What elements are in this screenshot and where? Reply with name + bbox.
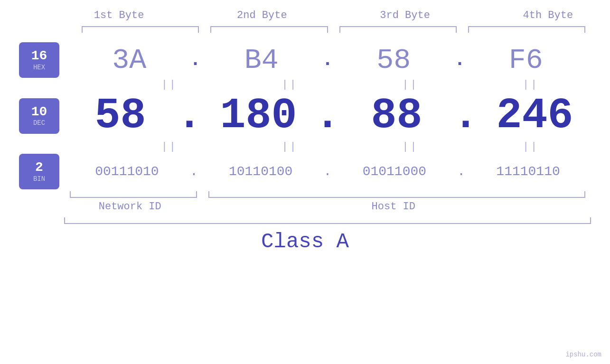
bin-val-3: 01011000 — [331, 164, 457, 179]
eq-2-1: || — [109, 141, 230, 153]
bin-dot-3: . — [457, 164, 465, 179]
dec-badge-label: DEC — [33, 119, 45, 127]
hex-val-1: 3A — [64, 44, 194, 76]
bracket-top-3 — [339, 26, 457, 33]
bin-badge-num: 2 — [35, 160, 43, 175]
bin-val-2: 10110100 — [198, 164, 324, 179]
bin-values: 00111010 . 10110100 . 01011000 . 1111011… — [64, 164, 591, 179]
bracket-top-1 — [82, 26, 199, 33]
eq-2-3: || — [350, 141, 471, 153]
eq-1-3: || — [350, 79, 471, 91]
full-bracket-bottom — [64, 217, 591, 224]
eq-2-2: || — [230, 141, 350, 153]
bin-dot-2: . — [324, 164, 332, 179]
eq-2-4: || — [470, 141, 591, 153]
bin-val-4: 11110110 — [465, 164, 591, 179]
bin-row: 2 BIN 00111010 . 10110100 . 01011000 . 1… — [19, 154, 591, 189]
byte-header-4: 4th Byte — [477, 9, 610, 21]
eq-1-1: || — [109, 79, 230, 91]
dec-val-3: 88 — [340, 92, 453, 140]
bracket-bottom-network — [70, 191, 197, 198]
eq-1-4: || — [470, 79, 591, 91]
main-container: 1st Byte 2nd Byte 3rd Byte 4th Byte 16 H… — [0, 0, 610, 364]
bin-badge-label: BIN — [33, 175, 45, 183]
equals-row-1: || || || || — [64, 78, 591, 92]
host-id-label: Host ID — [196, 201, 591, 213]
bracket-bottom-host — [208, 191, 586, 198]
bracket-top-2 — [210, 26, 328, 33]
bin-dot-1: . — [190, 164, 198, 179]
bottom-brackets-row — [64, 191, 591, 198]
byte-headers: 1st Byte 2nd Byte 3rd Byte 4th Byte — [47, 9, 610, 21]
labels-row: Network ID Host ID — [64, 201, 591, 213]
dec-dot-1: . — [177, 92, 202, 140]
dec-values: 58 . 180 . 88 . 246 — [64, 92, 591, 140]
hex-badge-label: HEX — [33, 64, 45, 71]
dec-val-2: 180 — [202, 92, 315, 140]
dec-row: 10 DEC 58 . 180 . 88 . 246 — [19, 92, 591, 140]
watermark: ipshu.com — [565, 351, 601, 358]
dec-badge-num: 10 — [31, 105, 47, 120]
dec-badge: 10 DEC — [19, 98, 59, 134]
dec-dot-2: . — [315, 92, 340, 140]
hex-val-3: 58 — [328, 44, 459, 76]
class-label-row: Class A — [19, 230, 591, 253]
bin-badge: 2 BIN — [19, 154, 59, 189]
class-label: Class A — [261, 230, 349, 253]
bin-val-1: 00111010 — [64, 164, 190, 179]
hex-row: 16 HEX 3A . B4 . 58 . F6 — [19, 42, 591, 78]
bottom-section: Network ID Host ID — [64, 191, 591, 213]
hex-badge-num: 16 — [31, 49, 47, 64]
byte-header-3: 3rd Byte — [334, 9, 477, 21]
hex-values: 3A . B4 . 58 . F6 — [64, 44, 591, 76]
byte-header-1: 1st Byte — [47, 9, 190, 21]
eq-1-2: || — [230, 79, 350, 91]
hex-val-2: B4 — [197, 44, 327, 76]
hex-val-4: F6 — [461, 44, 591, 76]
equals-row-2: || || || || — [64, 140, 591, 154]
dec-val-1: 58 — [64, 92, 177, 140]
byte-header-2: 2nd Byte — [190, 9, 333, 21]
network-id-label: Network ID — [64, 201, 196, 213]
hex-badge: 16 HEX — [19, 42, 59, 78]
bracket-top-4 — [468, 26, 585, 33]
top-brackets — [76, 26, 591, 33]
dec-dot-3: . — [453, 92, 479, 140]
dec-val-4: 246 — [479, 92, 591, 140]
